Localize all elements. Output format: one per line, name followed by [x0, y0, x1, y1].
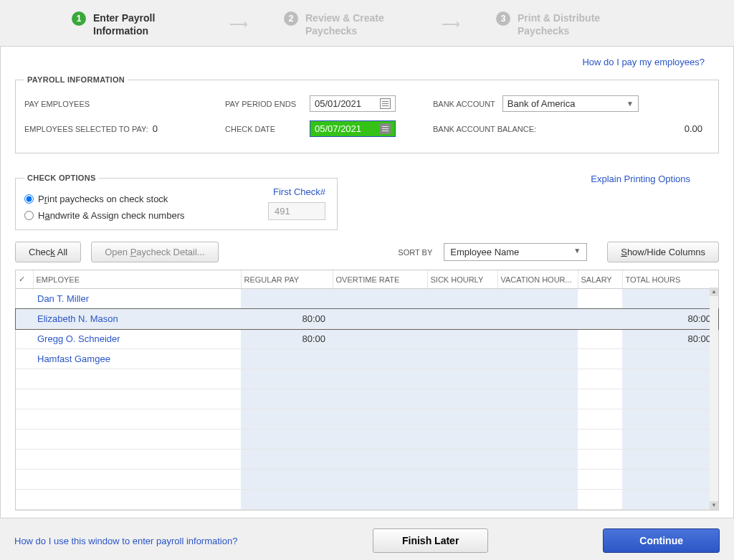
table-cell[interactable]	[427, 490, 497, 510]
table-cell[interactable]	[427, 289, 497, 309]
table-cell[interactable]	[33, 430, 241, 450]
cell-value[interactable]	[622, 409, 718, 430]
cell-value[interactable]	[622, 349, 718, 369]
cell-value[interactable]: 80:00	[241, 329, 333, 349]
table-cell[interactable]	[578, 289, 622, 309]
col-salary[interactable]: SALARY	[578, 270, 622, 289]
table-row[interactable]	[16, 430, 718, 450]
table-row[interactable]: Gregg O. Schneider80:0080:00	[16, 329, 718, 349]
table-cell[interactable]	[33, 490, 241, 510]
table-cell[interactable]	[33, 389, 241, 409]
employee-name-link[interactable]: Gregg O. Schneider	[33, 329, 241, 349]
table-cell[interactable]	[497, 329, 578, 349]
table-cell[interactable]	[578, 349, 622, 369]
table-row[interactable]: Hamfast Gamgee	[16, 349, 718, 369]
table-cell[interactable]	[16, 490, 33, 510]
table-cell[interactable]	[427, 409, 497, 430]
table-cell[interactable]	[497, 389, 578, 409]
cell-value[interactable]	[241, 450, 333, 470]
continue-button[interactable]: Continue	[603, 528, 720, 553]
print-paychecks-radio-input[interactable]	[24, 194, 34, 204]
table-cell[interactable]	[497, 450, 578, 470]
table-cell[interactable]	[427, 450, 497, 470]
table-row[interactable]: Elizabeth N. Mason80:0080:00	[16, 309, 718, 329]
table-scrollbar[interactable]: ▲ ▼	[710, 288, 718, 510]
col-check[interactable]: ✓	[16, 270, 33, 289]
table-cell[interactable]	[427, 349, 497, 369]
col-vacation-hour[interactable]: VACATION HOUR...	[497, 270, 578, 289]
cell-value[interactable]: 80:00	[241, 309, 333, 329]
table-cell[interactable]	[427, 309, 497, 329]
table-cell[interactable]	[497, 289, 578, 309]
table-cell[interactable]	[497, 349, 578, 369]
table-cell[interactable]	[333, 389, 427, 409]
table-cell[interactable]	[16, 450, 33, 470]
table-cell[interactable]	[16, 309, 33, 329]
handwrite-radio-input[interactable]	[24, 211, 34, 220]
table-cell[interactable]	[578, 389, 622, 409]
col-employee[interactable]: EMPLOYEE	[33, 270, 241, 289]
table-cell[interactable]	[333, 430, 427, 450]
table-cell[interactable]	[497, 409, 578, 430]
table-cell[interactable]	[427, 389, 497, 409]
handwrite-radio[interactable]: Handwrite & Assign check numbers	[24, 210, 185, 221]
col-regular-pay[interactable]: REGULAR PAY	[241, 270, 333, 289]
check-date-input[interactable]: 05/07/2021	[310, 120, 396, 137]
table-cell[interactable]	[16, 289, 33, 309]
footer-help-link[interactable]: How do I use this window to enter payrol…	[14, 536, 237, 546]
cell-value[interactable]	[622, 389, 718, 409]
bank-account-dropdown[interactable]: Bank of America ▼	[502, 95, 639, 112]
table-row[interactable]	[16, 470, 718, 490]
table-cell[interactable]	[333, 309, 427, 329]
cell-value[interactable]	[622, 369, 718, 389]
table-cell[interactable]	[578, 369, 622, 389]
cell-value[interactable]	[241, 349, 333, 369]
table-cell[interactable]	[497, 430, 578, 450]
table-cell[interactable]	[578, 430, 622, 450]
table-cell[interactable]	[578, 450, 622, 470]
show-hide-columns-button[interactable]: Show/Hide Columns	[607, 242, 719, 262]
table-row[interactable]	[16, 369, 718, 389]
employee-name-link[interactable]: Dan T. Miller	[33, 289, 241, 309]
cell-value[interactable]	[241, 409, 333, 430]
col-total-hours[interactable]: TOTAL HOURS	[622, 270, 718, 289]
cell-value[interactable]	[241, 430, 333, 450]
calendar-icon[interactable]	[380, 98, 391, 109]
cell-value[interactable]: 80:00	[622, 329, 718, 349]
table-cell[interactable]	[578, 490, 622, 510]
table-row[interactable]	[16, 490, 718, 510]
col-overtime-rate[interactable]: OVERTIME RATE	[333, 270, 427, 289]
table-cell[interactable]	[16, 389, 33, 409]
cell-value[interactable]: 80:00	[622, 309, 718, 329]
table-row[interactable]	[16, 389, 718, 409]
table-cell[interactable]	[33, 470, 241, 490]
cell-value[interactable]	[622, 450, 718, 470]
cell-value[interactable]	[622, 490, 718, 510]
pay-period-ends-input[interactable]: 05/01/2021	[310, 95, 396, 112]
scroll-up-icon[interactable]: ▲	[710, 288, 718, 296]
table-cell[interactable]	[427, 470, 497, 490]
cell-value[interactable]	[241, 470, 333, 490]
table-cell[interactable]	[333, 329, 427, 349]
table-cell[interactable]	[497, 470, 578, 490]
cell-value[interactable]	[241, 490, 333, 510]
cell-value[interactable]	[622, 289, 718, 309]
table-cell[interactable]	[497, 309, 578, 329]
table-cell[interactable]	[33, 450, 241, 470]
table-cell[interactable]	[16, 369, 33, 389]
cell-value[interactable]	[622, 470, 718, 490]
employee-name-link[interactable]: Elizabeth N. Mason	[33, 309, 241, 329]
table-cell[interactable]	[16, 349, 33, 369]
table-cell[interactable]	[333, 450, 427, 470]
table-cell[interactable]	[333, 289, 427, 309]
sort-by-dropdown[interactable]: Employee Name ▼	[444, 243, 587, 261]
table-cell[interactable]	[16, 409, 33, 430]
scroll-down-icon[interactable]: ▼	[710, 501, 718, 510]
table-cell[interactable]	[578, 409, 622, 430]
table-cell[interactable]	[333, 470, 427, 490]
check-all-button[interactable]: Check All	[15, 242, 81, 262]
help-link-pay-employees[interactable]: How do I pay my employees?	[582, 57, 705, 67]
table-cell[interactable]	[497, 369, 578, 389]
explain-printing-link[interactable]: Explain Printing Options	[591, 174, 690, 184]
table-cell[interactable]	[578, 470, 622, 490]
